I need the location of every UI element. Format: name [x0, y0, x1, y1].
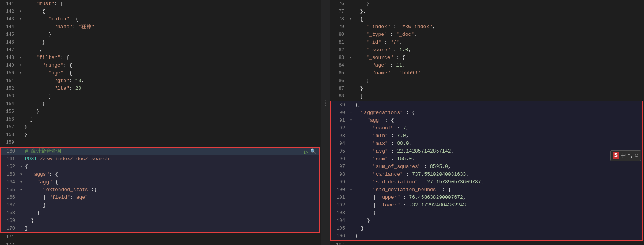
line-158: 158 } [0, 131, 321, 139]
divider-dot-3 [325, 105, 326, 106]
line-149: 149 ▾ "range": { [0, 62, 321, 69]
line-167: 167 } [1, 201, 319, 209]
line-147: 147 ], [0, 46, 321, 54]
result-line-87: 87 } [330, 85, 644, 92]
line-155: 155 } [0, 108, 321, 116]
result-line-78: 78 ▾ { [330, 15, 644, 23]
result-line-91: 91 ▾ "agg" : { [331, 117, 642, 124]
line-163: 163 ▾ "aggs": { [1, 171, 319, 178]
line-169: 169 } [1, 217, 319, 225]
line-143: 143 ▾ "match": { [0, 15, 321, 23]
line-159: 159 [0, 139, 321, 146]
result-line-106: 106 } [331, 232, 642, 240]
result-line-79: 79 "_index" : "zkw_index", [330, 23, 644, 31]
divider [321, 0, 330, 245]
line-145: 145 } [0, 31, 321, 39]
result-line-83: 83 ▾ "_source" : { [330, 54, 644, 62]
result-line-101: 101 | "upper" : 76.458638290007672, [331, 194, 642, 201]
line-157: 157 } [0, 123, 321, 131]
result-line-104: 104 } [331, 217, 642, 225]
line-150: 150 ▾ "age": { [0, 69, 321, 77]
s-icon[interactable]: S [613, 152, 619, 159]
result-line-97: 97 "sum_of_squares" : 8595.0, [331, 163, 642, 171]
divider-dot-2 [325, 102, 326, 104]
line-170: 170 } [1, 225, 319, 232]
line-151: 151 "gte": 10, [0, 77, 321, 85]
chinese-icon[interactable]: 中 [621, 152, 626, 159]
result-line-94: 94 "max" : 88.0, [331, 140, 642, 148]
result-line-99: 99 "std_deviation" : 27.157890573609787, [331, 178, 642, 186]
line-168: 168 } [1, 209, 319, 217]
result-line-88: 88 ] [330, 92, 644, 100]
line-166: 166 | "field":"age" [1, 194, 319, 201]
search-query-icon[interactable]: 🔍 [310, 148, 316, 156]
result-line-95: 95 "avg" : 22.142857142857142, [331, 148, 642, 155]
result-line-100: 100 ▾ "std_deviation_bounds" : { [331, 186, 642, 194]
result-line-82: 82 "_score" : 1.0, [330, 46, 644, 54]
result-line-102: 102 | "lower" : -32.172924004362243 [331, 201, 642, 209]
line-161: 161 POST /zkw_index/_doc/_search [1, 155, 319, 163]
line-165: 165 ▾ "extended_stats":{ [1, 186, 319, 194]
result-line-98: 98 "variance" : 737.55102040081633, [331, 171, 642, 178]
result-line-85: 85 "name" : "hhh99" [330, 69, 644, 77]
line-156: 156 } [0, 116, 321, 123]
line-152: 152 "lte": 20 [0, 85, 321, 92]
result-line-107: 107 [330, 241, 644, 245]
result-line-81: 81 "_id" : "7", [330, 39, 644, 46]
line-141: 141 "must": [ [0, 0, 321, 8]
left-editor-panel: 141 "must": [ 142 ▾ { 143 ▾ "match": { 1… [0, 0, 321, 245]
line-162: 162 ▾ { [1, 163, 319, 171]
result-line-80: 80 "_type" : "_doc", [330, 31, 644, 39]
smiley-icon[interactable]: ☺ [635, 153, 638, 159]
result-line-90: 90 ▾ "aggregations" : { [331, 109, 642, 117]
line-154: 154 } [0, 100, 321, 108]
divider-dot-1 [325, 100, 326, 101]
result-line-76: 76 } [330, 0, 644, 8]
line-146: 146 } [0, 39, 321, 46]
line-153: 153 } [0, 92, 321, 100]
result-line-103: 103 } [331, 209, 642, 217]
line-172: 172 [0, 241, 321, 245]
line-171: 171 [0, 233, 321, 241]
run-button[interactable]: ▷ [304, 148, 308, 156]
right-floating-toolbar: S 中 °, ☺ [610, 150, 641, 161]
line-148: 148 ▾ "filter": { [0, 54, 321, 62]
degree-icon[interactable]: °, [627, 153, 634, 159]
line-160: 160 # 统计聚合查询 [1, 148, 319, 155]
result-line-96: 96 "sum" : 155.0, [331, 155, 642, 163]
line-144: 144 "name": "狂神" [0, 23, 321, 31]
result-line-77: 77 }, [330, 8, 644, 15]
result-line-93: 93 "min" : 7.0, [331, 132, 642, 140]
result-line-92: 92 "count" : 7, [331, 124, 642, 132]
result-line-86: 86 } [330, 77, 644, 85]
result-highlight-box: 89 }, 90 ▾ "aggregations" : { 91 ▾ "agg"… [330, 101, 643, 241]
right-result-panel: 76 } 77 }, 78 ▾ { 79 "_index" : "zkw_ind… [330, 0, 644, 245]
result-line-105: 105 } [331, 225, 642, 232]
result-line-89: 89 }, [331, 101, 642, 109]
result-line-84: 84 "age" : 11, [330, 62, 644, 69]
line-164: 164 ▾ "agg":{ [1, 178, 319, 186]
line-142: 142 ▾ { [0, 8, 321, 15]
